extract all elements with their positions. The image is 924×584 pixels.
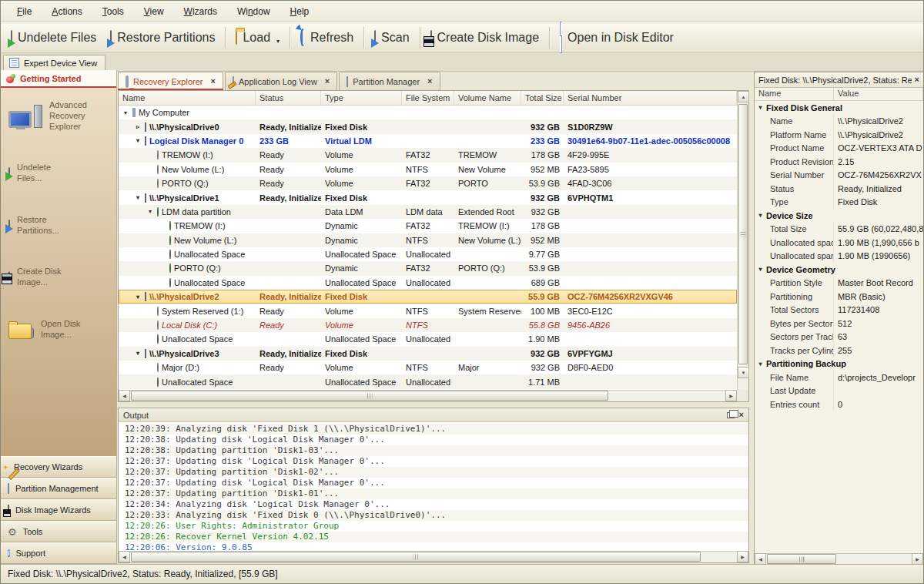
table-row[interactable]: ▾My Computer xyxy=(119,106,737,119)
table-row[interactable]: ▾\\.\PhysicalDrive2Ready, InitializedFix… xyxy=(119,290,737,304)
sidebar-section-support[interactable]: iSupport xyxy=(1,542,116,564)
property-row[interactable]: PartitioningMBR (Basic) xyxy=(755,290,923,304)
sidebar-item-advanced-recovery-explorer[interactable]: Advanced Recovery Explorer xyxy=(8,100,112,132)
property-group-partitioning-backup[interactable]: ▾Partitioning Backup xyxy=(755,357,923,371)
table-vertical-scrollbar[interactable]: ▲ ▼ xyxy=(737,91,748,390)
collapse-icon[interactable]: ▾ xyxy=(757,104,764,111)
dropdown-caret-icon[interactable]: ▾ xyxy=(276,38,280,45)
property-row[interactable]: Unallocated span1.90 MB (1990656) xyxy=(755,250,923,263)
table-row[interactable]: PORTO (Q:)DynamicFAT32PORTO (Q:)53.9 GB xyxy=(119,261,737,275)
tab-recovery-explorer[interactable]: Recovery Explorer× xyxy=(118,72,223,90)
sidebar-item-open-disk-image[interactable]: Open Disk Image... xyxy=(8,319,112,341)
scroll-left-icon[interactable]: ◀ xyxy=(119,390,130,401)
table-row[interactable]: ▾\\.\PhysicalDrive1Ready, InitializedFix… xyxy=(119,190,737,204)
restore-partitions-button[interactable]: Restore Partitions xyxy=(103,29,222,47)
property-row[interactable]: Entries count0 xyxy=(755,398,923,411)
undelete-files-button[interactable]: Undelete Files xyxy=(4,29,103,47)
property-row[interactable]: Name\\.\PhysicalDrive2 xyxy=(755,115,923,129)
column-header-total-size[interactable]: Total Size xyxy=(521,91,564,105)
menu-item-file[interactable]: File xyxy=(7,3,42,20)
scrollbar-thumb[interactable] xyxy=(131,552,701,562)
scroll-left-icon[interactable]: ◀ xyxy=(755,553,766,565)
tab-application-log-view[interactable]: Application Log View× xyxy=(225,72,337,90)
properties-horizontal-scrollbar[interactable]: ◀ ▶ xyxy=(755,553,923,565)
table-row[interactable]: TREMOW (I:)ReadyVolumeFAT32TREMOW178 GB4… xyxy=(119,148,737,162)
collapse-icon[interactable]: ▾ xyxy=(757,361,764,368)
table-row[interactable]: Unallocated SpaceUnallocated SpaceUnallo… xyxy=(119,374,737,388)
refresh-button[interactable]: Refresh xyxy=(293,29,360,47)
sidebar-item-undelete-files[interactable]: Undelete Files... xyxy=(8,163,112,184)
collapse-icon[interactable]: ▾ xyxy=(122,109,129,116)
sidebar-item-create-disk-image[interactable]: Create Disk Image... xyxy=(8,267,112,288)
menu-item-wizards[interactable]: Wizards xyxy=(174,3,227,20)
table-row[interactable]: ▾\\.\PhysicalDrive3Ready, InitializedFix… xyxy=(119,347,737,361)
column-header-name[interactable]: Name xyxy=(119,91,256,105)
property-row[interactable]: Partition StyleMaster Boot Record xyxy=(755,277,923,290)
table-row[interactable]: PORTO (Q:)ReadyVolumeFAT32PORTO53.9 GB4F… xyxy=(119,176,737,190)
menu-item-tools[interactable]: Tools xyxy=(92,3,134,20)
property-group-fixed-disk-general[interactable]: ▾Fixed Disk General xyxy=(755,101,923,115)
scroll-down-icon[interactable]: ▼ xyxy=(738,367,749,378)
property-row[interactable]: StatusReady, Initialized xyxy=(755,182,923,196)
property-group-device-size[interactable]: ▾Device Size xyxy=(755,209,923,223)
table-row[interactable]: Unallocated SpaceUnallocated SpaceUnallo… xyxy=(119,276,737,290)
close-icon[interactable]: × xyxy=(427,77,432,86)
menu-item-view[interactable]: View xyxy=(134,3,174,20)
property-row[interactable]: Product Revision2.15 xyxy=(755,155,923,169)
table-row[interactable]: ▾LDM data partitionData LDMLDM dataExten… xyxy=(119,205,737,219)
collapse-icon[interactable]: ▾ xyxy=(757,212,764,219)
table-row[interactable]: System Reserved (1:)ReadyVolumeNTFSSyste… xyxy=(119,304,737,317)
property-row[interactable]: Unallocated space1.90 MB (1,990,656 b xyxy=(755,236,923,250)
property-row[interactable]: Bytes per Sector512 xyxy=(755,317,923,331)
table-row[interactable]: Major (D:)ReadyVolumeNTFSMajor932 GBD8F0… xyxy=(119,361,737,374)
output-horizontal-scrollbar[interactable]: ◀ ▶ xyxy=(119,551,748,562)
scroll-right-icon[interactable]: ▶ xyxy=(912,553,923,565)
scrollbar-thumb[interactable] xyxy=(131,391,608,401)
property-row[interactable]: Tracks per Cylinder255 xyxy=(755,344,923,357)
column-header-file-system[interactable]: File System xyxy=(402,91,454,105)
property-row[interactable]: Sectors per Track63 xyxy=(755,331,923,344)
open-in-disk-editor-button[interactable]: Open in Disk Editor xyxy=(553,22,681,54)
property-row[interactable]: Total Size55.9 GB (60,022,480,8 xyxy=(755,223,923,237)
collapse-icon[interactable]: ▾ xyxy=(134,350,142,357)
column-header-volume-name[interactable]: Volume Name xyxy=(454,91,521,105)
scrollbar-thumb[interactable] xyxy=(767,554,836,564)
close-icon[interactable]: × xyxy=(210,77,215,86)
properties-column-header-name[interactable]: Name xyxy=(755,88,834,100)
property-group-device-geometry[interactable]: ▾Device Geometry xyxy=(755,263,923,277)
column-header-status[interactable]: Status xyxy=(256,91,321,105)
table-row[interactable]: Local Disk (C:)ReadyVolumeNTFS55.8 GB945… xyxy=(119,318,737,332)
property-row[interactable]: Last Update xyxy=(755,384,923,398)
scan-button[interactable]: Scan xyxy=(367,29,416,47)
sidebar-header-getting-started[interactable]: Getting Started xyxy=(1,70,116,88)
sidebar-section-disk-image-wizards[interactable]: Disk Image Wizards xyxy=(1,499,116,521)
tab-partition-manager[interactable]: Partition Manager× xyxy=(339,72,440,90)
sidebar-section-tools[interactable]: ⚙Tools xyxy=(1,521,116,542)
table-row[interactable]: TREMOW (I:)DynamicFAT32TREMOW (I:)178 GB xyxy=(119,219,737,233)
menu-item-help[interactable]: Help xyxy=(280,3,320,20)
properties-column-header-value[interactable]: Value xyxy=(834,88,923,100)
close-icon[interactable]: × xyxy=(915,76,919,84)
collapse-icon[interactable]: ▾ xyxy=(757,266,764,273)
sidebar-item-restore-partitions[interactable]: Restore Partitions... xyxy=(8,215,112,237)
column-header-serial-number[interactable]: Serial Number xyxy=(564,91,737,105)
create-disk-image-button[interactable]: Create Disk Image xyxy=(424,29,547,47)
collapse-icon[interactable]: ▾ xyxy=(134,294,142,300)
scroll-right-icon[interactable]: ▶ xyxy=(725,390,737,401)
menu-item-actions[interactable]: Actions xyxy=(42,3,92,20)
table-row[interactable]: ▹\\.\PhysicalDrive0Ready, InitializedFix… xyxy=(119,119,737,133)
property-row[interactable]: Total Sectors117231408 xyxy=(755,304,923,317)
property-row[interactable]: Serial NumberOCZ-76M4256XR2VX xyxy=(755,169,923,183)
close-icon[interactable]: × xyxy=(739,411,744,419)
collapse-icon[interactable]: ▾ xyxy=(134,194,142,201)
load-button[interactable]: Load▾ xyxy=(229,29,286,47)
scroll-right-icon[interactable]: ▶ xyxy=(737,551,748,562)
tab-expert-device-view[interactable]: Expert Device View xyxy=(3,55,105,71)
table-horizontal-scrollbar[interactable]: ◀ ▶ xyxy=(119,390,737,401)
property-row[interactable]: TypeFixed Disk xyxy=(755,196,923,210)
sidebar-section-partition-management[interactable]: Partition Management xyxy=(1,478,116,499)
sidebar-section-recovery-wizards[interactable]: Recovery Wizards xyxy=(1,456,116,478)
property-row[interactable]: Platform Name\\.\PhysicalDrive2 xyxy=(755,128,923,142)
close-icon[interactable]: × xyxy=(325,77,330,86)
table-row[interactable]: Unallocated SpaceUnallocated SpaceUnallo… xyxy=(119,247,737,261)
